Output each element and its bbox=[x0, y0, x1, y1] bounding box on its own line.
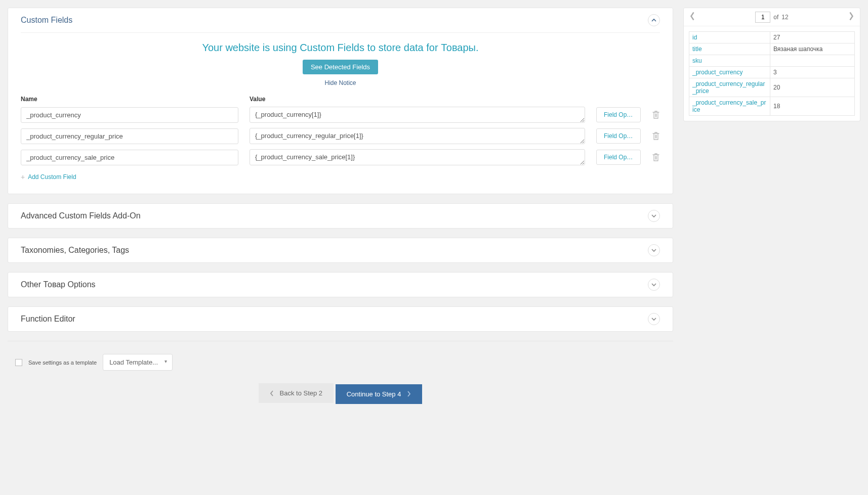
chevron-down-icon bbox=[651, 317, 656, 322]
field-name-input[interactable] bbox=[21, 107, 238, 123]
panel-title: Taxonomies, Categories, Tags bbox=[21, 246, 129, 255]
page-input[interactable] bbox=[755, 12, 770, 23]
prev-record-button[interactable] bbox=[689, 11, 696, 23]
preview-pager: of 12 bbox=[684, 8, 860, 26]
value-header: Value bbox=[250, 96, 660, 103]
see-detected-fields-button[interactable]: See Detected Fields bbox=[303, 60, 378, 74]
field-value-input[interactable] bbox=[250, 107, 585, 123]
template-bar: Save settings as a template Load Templat… bbox=[8, 341, 673, 378]
panel-title: Advanced Custom Fields Add-On bbox=[21, 211, 141, 220]
preview-key[interactable]: _product_currency bbox=[689, 67, 770, 78]
preview-row: titleВязаная шапочка bbox=[689, 43, 855, 55]
field-name-input[interactable] bbox=[21, 128, 238, 144]
preview-key[interactable]: _product_currency_sale_price bbox=[689, 97, 770, 116]
record-preview-panel: of 12 id27titleВязаная шапочкаsku_produc… bbox=[683, 8, 860, 121]
field-options-button[interactable]: Field Options... bbox=[596, 128, 641, 144]
continue-button[interactable]: Continue to Step 4 bbox=[336, 384, 423, 404]
collapse-toggle[interactable] bbox=[648, 14, 660, 26]
collapsed-panel: Function Editor bbox=[8, 306, 673, 332]
preview-row: sku bbox=[689, 55, 855, 67]
preview-row: _product_currency3 bbox=[689, 67, 855, 78]
add-custom-field-link[interactable]: + Add Custom Field bbox=[21, 173, 76, 181]
field-value-input[interactable] bbox=[250, 149, 585, 165]
collapsed-panel: Advanced Custom Fields Add-On bbox=[8, 203, 673, 229]
field-value-input[interactable] bbox=[250, 128, 585, 144]
chevron-right-icon bbox=[848, 11, 855, 21]
custom-fields-title: Custom Fields bbox=[21, 16, 72, 25]
preview-value bbox=[770, 55, 855, 67]
collapsed-panel: Other Товар Options bbox=[8, 272, 673, 297]
preview-value: 3 bbox=[770, 67, 855, 78]
plus-icon: + bbox=[21, 173, 25, 181]
delete-field-button[interactable] bbox=[652, 153, 660, 162]
save-template-checkbox[interactable] bbox=[15, 359, 22, 366]
expand-toggle[interactable] bbox=[648, 210, 660, 222]
back-button-label: Back to Step 2 bbox=[280, 389, 323, 397]
preview-key[interactable]: sku bbox=[689, 55, 770, 67]
name-header: Name bbox=[21, 96, 238, 103]
panel-title: Other Товар Options bbox=[21, 280, 96, 289]
preview-table: id27titleВязаная шапочкаsku_product_curr… bbox=[689, 31, 855, 116]
delete-field-button[interactable] bbox=[652, 110, 660, 119]
continue-button-label: Continue to Step 4 bbox=[347, 390, 401, 398]
custom-field-row: Field Options... bbox=[21, 149, 660, 165]
preview-row: _product_currency_sale_price18 bbox=[689, 97, 855, 116]
next-record-button[interactable] bbox=[848, 11, 855, 23]
preview-value: 20 bbox=[770, 78, 855, 97]
field-name-input[interactable] bbox=[21, 150, 238, 165]
chevron-left-icon bbox=[689, 11, 696, 21]
preview-row: id27 bbox=[689, 32, 855, 43]
preview-value: 27 bbox=[770, 32, 855, 43]
panel-header[interactable]: Other Товар Options bbox=[8, 273, 673, 297]
field-options-button[interactable]: Field Options... bbox=[596, 150, 641, 165]
save-template-label: Save settings as a template bbox=[28, 359, 97, 366]
step-navigation: Back to Step 2 Continue to Step 4 bbox=[8, 378, 673, 414]
panel-header[interactable]: Advanced Custom Fields Add-On bbox=[8, 204, 673, 228]
custom-fields-notice: Your website is using Custom Fields to s… bbox=[21, 42, 660, 54]
pager-total: 12 bbox=[781, 14, 788, 21]
preview-row: _product_currency_regular_price20 bbox=[689, 78, 855, 97]
preview-key[interactable]: title bbox=[689, 43, 770, 55]
collapsed-panel: Taxonomies, Categories, Tags bbox=[8, 238, 673, 263]
add-custom-field-label: Add Custom Field bbox=[28, 173, 76, 181]
hide-notice-link[interactable]: Hide Notice bbox=[21, 79, 660, 86]
preview-value: Вязаная шапочка bbox=[770, 43, 855, 55]
trash-icon bbox=[652, 110, 660, 119]
pager-of: of bbox=[773, 14, 778, 21]
delete-field-button[interactable] bbox=[652, 131, 660, 141]
chevron-up-icon bbox=[651, 18, 656, 23]
custom-field-row: Field Options... bbox=[21, 107, 660, 123]
chevron-left-icon bbox=[270, 390, 274, 396]
custom-fields-panel: Custom Fields Your website is using Cust… bbox=[8, 8, 673, 194]
preview-key[interactable]: id bbox=[689, 32, 770, 43]
panel-header[interactable]: Taxonomies, Categories, Tags bbox=[8, 238, 673, 262]
load-template-select[interactable]: Load Template... bbox=[103, 354, 173, 371]
trash-icon bbox=[652, 131, 660, 141]
panel-header[interactable]: Function Editor bbox=[8, 307, 673, 331]
chevron-right-icon bbox=[407, 391, 411, 397]
preview-key[interactable]: _product_currency_regular_price bbox=[689, 78, 770, 97]
chevron-down-icon bbox=[651, 248, 656, 253]
field-options-button[interactable]: Field Options... bbox=[596, 107, 641, 122]
panel-title: Function Editor bbox=[21, 314, 75, 324]
custom-field-row: Field Options... bbox=[21, 128, 660, 144]
custom-fields-header[interactable]: Custom Fields bbox=[8, 8, 673, 32]
back-button[interactable]: Back to Step 2 bbox=[259, 383, 334, 403]
chevron-down-icon bbox=[651, 213, 656, 218]
expand-toggle[interactable] bbox=[648, 313, 660, 325]
trash-icon bbox=[652, 153, 660, 162]
preview-value: 18 bbox=[770, 97, 855, 116]
expand-toggle[interactable] bbox=[648, 244, 660, 256]
chevron-down-icon bbox=[651, 282, 656, 287]
expand-toggle[interactable] bbox=[648, 279, 660, 291]
